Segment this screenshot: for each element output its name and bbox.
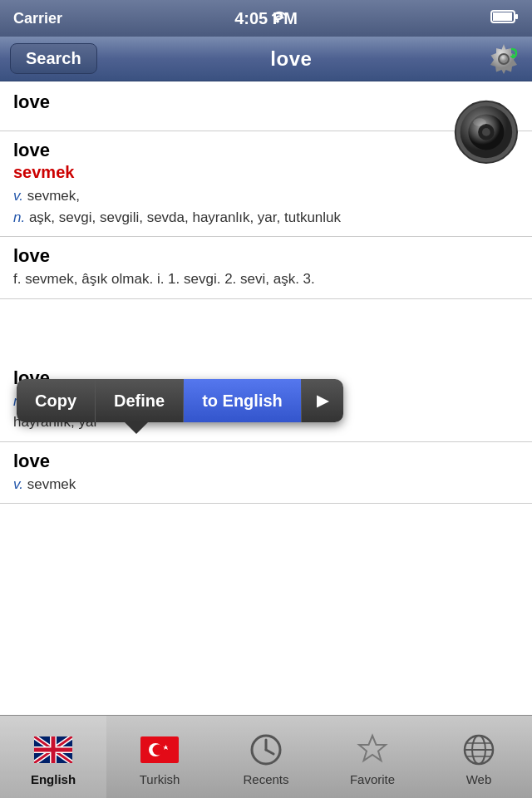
tab-recents[interactable]: Recents [213,716,319,798]
entry-5-line-1: v. sevmek [13,474,519,495]
entry-2-line-2: n. aşk, sevgi, sevgili, sevda, hayranlık… [13,207,519,229]
pos-v-2: v. [13,476,23,492]
svg-rect-2 [515,14,518,19]
entry-2-line-1: v. sevmek, [13,185,519,207]
nav-bar: Search love [0,37,532,81]
time-label: 4:05 PM [234,9,298,28]
star-svg [355,733,390,766]
tab-favorite-label: Favorite [350,772,395,786]
svg-point-22 [153,745,164,756]
tab-turkish[interactable]: Turkish [106,716,213,798]
globe-icon [460,731,498,769]
popup-arrow [125,422,148,434]
popup-menu: Copy Define to English ▶ [17,379,343,422]
gear-icon [487,42,520,76]
svg-point-9 [482,128,490,136]
entry-2-title: love [13,140,519,161]
gear-button[interactable] [485,41,522,77]
search-button[interactable]: Search [10,43,97,74]
svg-point-4 [500,55,508,63]
carrier-label: Carrier [13,10,62,27]
pos-v-1: v. [13,188,23,204]
entry-3-title: love [13,245,519,267]
popup-menu-container: Copy Define to English ▶ [17,379,343,434]
status-bar: Carrier 4:05 PM [0,0,532,37]
pos-n-1: n. [13,209,25,225]
entry-5-title: love [13,451,519,472]
tab-web-label: Web [466,772,492,786]
tab-bar: English Turkish Recents [0,715,532,798]
entry-5: love v. sevmek [0,442,532,505]
entry-3: love f. sevmek, âşık olmak. i. 1. sevgi.… [0,237,532,299]
uk-flag-icon [34,731,72,769]
clock-svg [249,733,283,766]
tab-favorite[interactable]: Favorite [319,716,426,798]
copy-button[interactable]: Copy [17,379,96,422]
content-area: love love sevmek v. sevmek, n. aşk, sevg… [0,81,532,715]
tab-english[interactable]: English [0,716,106,798]
entry-2-subhead: sevmek [13,163,519,182]
svg-marker-27 [359,736,386,761]
speaker-icon [446,91,519,165]
nav-title: love [270,47,312,71]
flag-uk-svg [34,736,72,763]
svg-line-26 [266,750,273,754]
entry-1-title: love [13,91,519,113]
svg-point-10 [473,118,486,126]
speaker-button[interactable] [446,91,520,166]
tab-recents-label: Recents [243,772,288,786]
globe-svg [462,733,495,766]
play-button[interactable]: ▶ [302,379,343,422]
flag-tr-svg [140,736,179,763]
battery-icon [490,9,519,28]
tr-flag-icon [140,731,179,769]
define-button[interactable]: Define [96,379,184,422]
svg-rect-1 [493,12,512,21]
tab-turkish-label: Turkish [140,772,180,786]
tab-web[interactable]: Web [426,716,532,798]
entry-3-line-1: f. sevmek, âşık olmak. i. 1. sevgi. 2. s… [13,268,519,290]
svg-rect-19 [34,748,72,752]
tab-english-label: English [31,772,76,786]
to-english-button[interactable]: to English [184,379,302,422]
clock-icon [247,731,285,769]
star-icon [353,731,392,769]
